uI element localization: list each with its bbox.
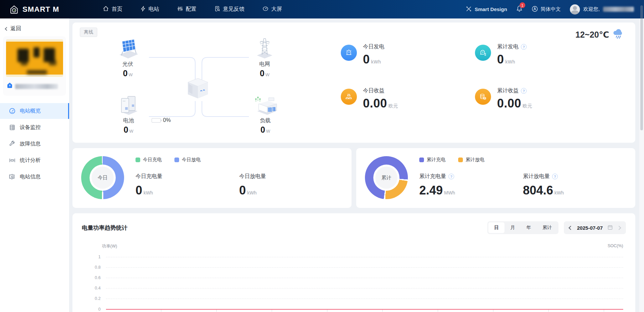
sidebar: 返回 电站概览 设备监控 [0, 18, 69, 312]
period-month-button[interactable]: 月 [504, 222, 521, 233]
coins-stack-icon [475, 89, 491, 105]
user-account[interactable]: 欢迎您, [570, 4, 634, 14]
total-charge-stat: 累计充电量 2.49MWh [419, 173, 523, 197]
stat-value: 0 [363, 52, 370, 66]
y-axis-label-soc: SOC(%) [607, 243, 623, 248]
sidebar-item-label: 统计分析 [20, 157, 41, 164]
donut-center-label: 累计 [375, 167, 397, 189]
grid-unit: W [265, 72, 269, 77]
help-icon[interactable] [521, 88, 527, 94]
bolt-icon [141, 6, 146, 13]
y-tick: 0.6 [95, 275, 101, 280]
grid-value: 0 [260, 69, 264, 78]
username-redacted [603, 7, 634, 12]
load-label: 负载 [244, 117, 287, 124]
help-icon[interactable] [521, 44, 527, 50]
mid-stat-unit: kWh [554, 190, 564, 195]
sidebar-item-statistics[interactable]: 统计分析 [0, 152, 69, 168]
mid-stat-unit: kWh [247, 190, 257, 195]
status-badge: 离线 [80, 28, 97, 37]
grid-label: 电网 [243, 61, 286, 68]
sidebar-item-label: 电站概览 [20, 107, 41, 115]
legend-swatch-blue [174, 158, 179, 162]
legend-label: 今日充电 [143, 157, 162, 163]
nav-item-bigscreen[interactable]: 大屏 [263, 6, 282, 13]
sidebar-item-faults[interactable]: 故障信息 [0, 136, 69, 152]
sidebar-item-info[interactable]: 电站信息 [0, 169, 69, 185]
sidebar-item-label: 电站信息 [20, 173, 41, 180]
stat-today-income: 今日收益 0.00欧元 [341, 87, 475, 110]
legend-swatch-purple [419, 158, 424, 162]
pv-unit: W [128, 72, 132, 77]
stat-total-generation: 累计发电 0kWh [475, 43, 609, 66]
brand[interactable]: SMART M [9, 5, 59, 14]
back-link[interactable]: 返回 [0, 18, 69, 36]
back-label: 返回 [10, 25, 21, 32]
legend-swatch-orange [458, 158, 463, 162]
x-axis-ticks [106, 310, 623, 312]
dashboard-screen-icon [263, 6, 268, 13]
total-donut-chart: 累计 [365, 156, 408, 199]
chevron-left-icon [5, 27, 8, 31]
period-total-button[interactable]: 累计 [537, 222, 557, 233]
sidebar-menu: 电站概览 设备监控 故障信息 统计分析 电站信息 [0, 103, 69, 185]
main-nav: 首页 电站 配置 意见 [103, 6, 282, 13]
battery-label: 电池 [107, 117, 150, 124]
stat-value: 0.00 [497, 96, 521, 110]
notification-bell[interactable]: 1 [516, 5, 523, 13]
nav-item-label: 意见反馈 [223, 6, 245, 13]
battery-soc-value: 0% [163, 117, 171, 123]
calendar-icon[interactable] [607, 225, 613, 231]
battery-level-icon [152, 118, 161, 123]
language-switcher[interactable]: 简体中文 [532, 6, 561, 13]
station-pin-icon [7, 82, 13, 90]
scrollbar-thumb[interactable] [640, 5, 643, 130]
mid-stat-label: 累计充电量 [419, 173, 446, 180]
generation-total-icon [475, 45, 491, 61]
nav-item-label: 电站 [149, 6, 159, 13]
station-name-row [6, 82, 63, 90]
battery-cabinet-icon [107, 93, 150, 115]
mid-stat-label: 累计放电量 [523, 173, 550, 180]
stat-today-generation: 今日发电 0kWh [341, 43, 475, 66]
y-tick: 0.8 [95, 265, 101, 270]
nav-item-home[interactable]: 首页 [103, 6, 122, 13]
nav-item-label: 首页 [112, 6, 122, 13]
plot-area: 1 0.8 0.6 0.4 0.2 0 [106, 257, 623, 309]
load-value: 0 [260, 125, 265, 134]
energy-flow-diagram: 光伏 0W 电网 0W [99, 37, 300, 137]
nav-item-plant[interactable]: 电站 [141, 6, 159, 13]
inverter-cube-icon [185, 76, 211, 102]
nav-item-config[interactable]: 配置 [177, 6, 197, 13]
pv-value: 0 [123, 69, 127, 78]
generation-lamp-icon [341, 45, 357, 61]
period-day-button[interactable]: 日 [488, 222, 504, 233]
total-legend: 累计充电 累计放电 [419, 157, 627, 163]
smart-design-link[interactable]: Smart Design [466, 6, 507, 13]
nav-item-feedback[interactable]: 意见反馈 [215, 6, 245, 13]
feedback-doc-icon [215, 6, 220, 13]
pv-label: 光伏 [106, 61, 150, 68]
load-building-icon [244, 93, 287, 115]
next-date-button[interactable] [617, 226, 621, 230]
today-charge-card: 今日 今日充电 今日放电 今日充电量 0kWh 今日放电量 0kWh [72, 148, 352, 208]
donut-center-label: 今日 [92, 167, 114, 189]
sidebar-item-overview[interactable]: 电站概览 [0, 103, 69, 119]
sidebar-item-devices[interactable]: 设备监控 [0, 120, 69, 135]
stat-label: 今日发电 [363, 43, 384, 50]
mid-stat-value: 804.6 [523, 183, 553, 197]
help-icon[interactable] [448, 174, 454, 179]
today-legend: 今日充电 今日放电 [136, 157, 343, 163]
station-header [3, 36, 66, 96]
load-unit: W [266, 129, 270, 134]
period-year-button[interactable]: 年 [521, 222, 537, 233]
battery-unit: W [129, 129, 133, 134]
prev-date-button[interactable] [569, 226, 573, 230]
help-icon[interactable] [552, 174, 558, 179]
mid-stat-label: 今日放电量 [239, 173, 266, 180]
date-navigator: 2025-07-07 [564, 221, 626, 234]
date-value[interactable]: 2025-07-07 [577, 225, 603, 231]
trend-title: 电量功率趋势统计 [82, 224, 127, 232]
station-name-redacted [15, 84, 58, 89]
top-navbar: SMART M 首页 电站 配置 [0, 0, 644, 18]
